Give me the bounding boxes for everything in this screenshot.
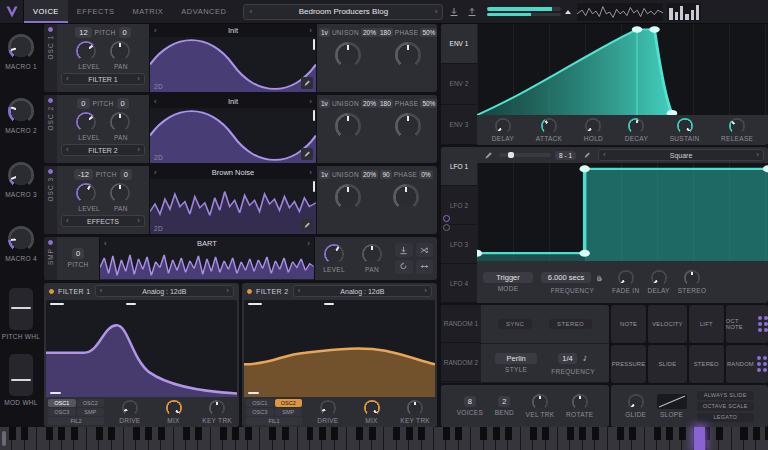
lfo-stereo-knob[interactable] (684, 270, 700, 286)
tab-advanced[interactable]: ADVANCED (172, 0, 235, 23)
lfo-drag-source-icon[interactable] (443, 215, 450, 231)
env-sustain-knob[interactable] (677, 118, 693, 134)
bend-value[interactable]: 2 (498, 396, 510, 407)
note-icon[interactable] (580, 352, 588, 366)
env-hold-knob[interactable] (585, 118, 601, 134)
filter1-power-button[interactable] (49, 289, 54, 294)
osc2-level-knob[interactable] (76, 112, 96, 132)
tab-env2[interactable]: ENV 2 (441, 64, 477, 104)
preset-browser[interactable]: ‹ Bedroom Producers Blog › (243, 4, 443, 20)
filter2-blend-slider[interactable] (248, 392, 259, 395)
save-icon[interactable] (447, 5, 461, 19)
brush-icon[interactable] (481, 148, 495, 162)
osc3-wave-display[interactable]: ‹ Brown Noise › 2D (149, 166, 317, 234)
tab-lfo4[interactable]: LFO 4 (441, 264, 477, 303)
sampler-loop-icon[interactable] (395, 260, 413, 274)
osc3-unison-voices[interactable]: 1v (319, 170, 330, 179)
macro3-knob[interactable] (8, 162, 34, 188)
black-keys[interactable] (0, 427, 768, 440)
osc2-phase-rand[interactable]: 50% (420, 99, 437, 108)
mod-source-oct-note[interactable]: OCT NOTE (726, 305, 768, 343)
preset-next-icon[interactable]: › (435, 8, 438, 16)
keyboard-scroll-handle[interactable] (2, 431, 6, 446)
sampler-transpose[interactable]: 0 (72, 248, 84, 259)
filter2-input-smp[interactable]: SMP (275, 408, 303, 416)
next-icon[interactable]: › (309, 169, 312, 177)
random-style-selector[interactable]: Perlin (495, 353, 537, 364)
osc2-edit-button[interactable] (301, 148, 313, 160)
osc1-unison-detune[interactable]: 20% (361, 28, 378, 37)
filter2-mix-knob[interactable] (364, 400, 380, 416)
filter1-cutoff-slider[interactable] (50, 303, 64, 306)
prev-icon[interactable]: ‹ (154, 27, 157, 35)
osc1-unison-voices[interactable]: 1v (319, 28, 330, 37)
osc3-wave-name[interactable]: Brown Noise (212, 168, 255, 177)
tab-env3[interactable]: ENV 3 (441, 105, 477, 145)
macro2-knob[interactable] (8, 98, 34, 124)
prev-icon[interactable]: ‹ (603, 151, 606, 159)
osc2-unison-knob[interactable] (335, 113, 361, 139)
mod-handle-icon[interactable] (758, 316, 768, 332)
next-icon[interactable]: › (309, 98, 312, 106)
osc2-pan-knob[interactable] (110, 112, 130, 132)
mod-source-pressure[interactable]: PRESSURE (611, 345, 646, 383)
osc3-level-knob[interactable] (76, 183, 96, 203)
pitch-wheel[interactable] (9, 288, 33, 330)
sampler-name[interactable]: BART (197, 239, 217, 248)
osc2-unison-detune[interactable]: 20% (361, 99, 378, 108)
osc2-tune[interactable]: 0 (117, 98, 129, 109)
tab-matrix[interactable]: MATRIX (124, 0, 173, 23)
volume-thumb[interactable] (565, 10, 571, 14)
osc2-wave-name[interactable]: Init (228, 97, 238, 106)
next-icon[interactable]: › (137, 217, 140, 225)
prev-icon[interactable]: ‹ (66, 217, 69, 225)
sampler-pan-knob[interactable] (362, 244, 382, 264)
lfo-display[interactable] (477, 163, 768, 261)
osc1-pan-knob[interactable] (110, 41, 130, 61)
random-frequency-value[interactable]: 1/4 (558, 353, 576, 364)
osc1-edit-button[interactable] (301, 77, 313, 89)
osc3-unison-detune[interactable]: 20% (361, 170, 378, 179)
velocity-track-knob[interactable] (532, 394, 548, 410)
keyboard[interactable] (0, 427, 768, 450)
filter2-cutoff-slider[interactable] (248, 303, 262, 306)
filter1-input-smp[interactable]: SMP (77, 408, 105, 416)
mod-source-slide[interactable]: SLIDE (648, 345, 687, 383)
next-icon[interactable]: › (424, 287, 427, 295)
mod-source-note[interactable]: NOTE (611, 305, 646, 343)
slope-display[interactable] (657, 394, 687, 409)
osc1-transpose[interactable]: 12 (75, 27, 91, 38)
tab-lfo1[interactable]: LFO 1 (441, 147, 477, 186)
next-icon[interactable]: › (137, 75, 140, 83)
legato-toggle[interactable]: LEGATO (697, 413, 754, 422)
filter2-input-osc3[interactable]: OSC3 (246, 408, 274, 416)
osc3-edit-button[interactable] (301, 219, 313, 231)
pressed-key[interactable] (694, 427, 705, 450)
next-icon[interactable]: › (756, 151, 759, 159)
export-icon[interactable] (465, 5, 479, 19)
volume-slider[interactable] (487, 7, 561, 16)
voices-value[interactable]: 8 (464, 396, 476, 407)
osc2-dest-selector[interactable]: ‹ FILTER 2 › (61, 144, 145, 156)
prev-icon[interactable]: ‹ (66, 146, 69, 154)
next-icon[interactable]: › (137, 146, 140, 154)
filter1-input-osc1[interactable]: OSC1 (48, 399, 76, 407)
osc2-unison-voices[interactable]: 1v (319, 99, 330, 108)
mod-source-stereo[interactable]: STEREO (689, 345, 724, 383)
filter1-keytrack-knob[interactable] (209, 400, 225, 416)
mod-wheel[interactable] (9, 354, 33, 396)
vital-logo-icon[interactable] (0, 0, 24, 24)
filter2-display[interactable] (244, 300, 435, 398)
filter2-keytrack-knob[interactable] (407, 400, 423, 416)
osc1-level-knob[interactable] (76, 41, 96, 61)
filter2-input-osc2[interactable]: OSC2 (275, 399, 303, 407)
osc1-dims-toggle[interactable]: 2D (154, 83, 163, 90)
preset-prev-icon[interactable]: ‹ (249, 8, 252, 16)
lfo-mode-selector[interactable]: Trigger (483, 272, 533, 283)
filter2-model-selector[interactable]: ‹ Analog : 12dB › (293, 285, 432, 297)
filter1-input-osc3[interactable]: OSC3 (48, 408, 76, 416)
sampler-bounce-icon[interactable] (416, 260, 434, 274)
osc3-tune[interactable]: 0 (120, 169, 132, 180)
osc1-unison-knob[interactable] (335, 42, 361, 68)
osc3-unison-knob[interactable] (335, 184, 361, 210)
